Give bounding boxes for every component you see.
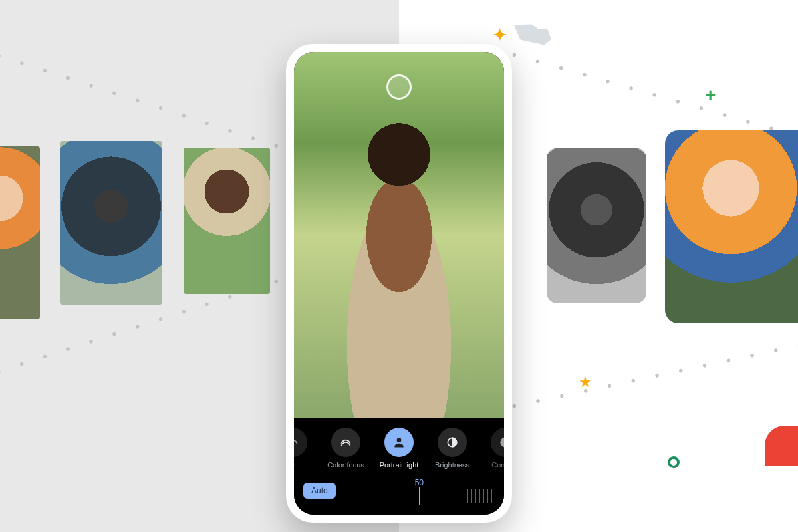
tool-label: Color focus [327,461,364,469]
contrast-icon [491,428,504,457]
phone-mockup: th Color focus Portrait light [286,44,512,523]
tool-portrait-light[interactable]: Portrait light [380,428,418,469]
portrait-light-marker[interactable] [386,74,412,100]
magic-wand-icon [512,20,552,47]
tool-label: Brightness [435,461,469,469]
thumbnail-unedited [60,141,162,305]
color-focus-icon [331,428,360,457]
tool-label: Portrait light [380,461,419,469]
tool-label: Contrast [491,461,504,469]
phone-screen: th Color focus Portrait light [294,52,504,515]
editor-photo-preview[interactable] [294,52,504,418]
tool-brightness[interactable]: Brightness [433,428,471,469]
thumbnail-unedited [0,146,40,319]
slider-row: Auto 50 [294,469,504,503]
thumbnail-unedited [184,148,270,294]
slider-ticks [344,489,495,503]
red-shape-icon [765,426,798,466]
svg-point-0 [397,438,402,442]
tool-color-focus[interactable]: Color focus [327,428,365,469]
editor-controls: th Color focus Portrait light [294,418,504,515]
portrait-light-icon [384,428,414,457]
thumbnail-edited [665,130,798,323]
tool-row: th Color focus Portrait light [294,428,504,469]
sparkle-icon: ✦ [492,24,507,46]
adjustment-slider[interactable]: 50 [344,478,495,503]
circle-outline-icon [668,456,680,468]
tool-depth[interactable]: th [294,428,312,469]
depth-icon [294,428,307,457]
tool-label: th [294,461,296,469]
brightness-icon [438,428,467,457]
slider-value: 50 [415,478,424,487]
plus-icon: + [705,85,716,106]
auto-button[interactable]: Auto [303,483,336,499]
thumbnail-edited [547,148,646,303]
star-icon: ★ [579,374,592,391]
tool-contrast[interactable]: Contrast [486,428,504,469]
